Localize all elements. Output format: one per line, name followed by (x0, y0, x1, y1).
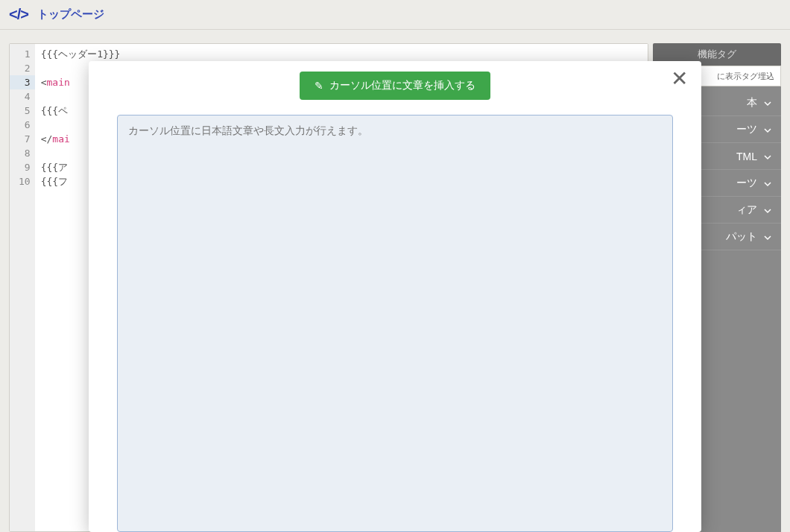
edit-icon: ✎ (315, 80, 323, 92)
insert-button-label: カーソル位置に文章を挿入する (329, 79, 475, 92)
topbar: </> トップページ (0, 0, 790, 30)
chevron-down-icon (763, 206, 772, 215)
line-number: 10 (19, 174, 31, 189)
insert-text-modal: ✕ ✎ カーソル位置に文章を挿入する (89, 61, 701, 532)
line-number: 6 (19, 118, 31, 132)
panel-item-label: ィア (736, 203, 757, 217)
code-line[interactable]: {{{ヘッダー1}}} (41, 47, 642, 61)
panel-item-label: ーツ (736, 123, 757, 136)
line-number: 3 (10, 75, 35, 89)
line-number: 1 (19, 47, 31, 61)
chevron-down-icon (763, 179, 772, 188)
panel-item-label: 本 (747, 96, 757, 110)
panel-item-label: ーツ (736, 177, 757, 190)
page-title: トップページ (37, 7, 104, 22)
line-number: 4 (19, 89, 31, 104)
chevron-down-icon (763, 152, 772, 161)
line-number: 2 (19, 61, 31, 75)
modal-backdrop: ✕ ✎ カーソル位置に文章を挿入する (0, 0, 790, 532)
chevron-down-icon (763, 98, 772, 107)
chevron-down-icon (763, 232, 772, 241)
code-icon: </> (9, 6, 28, 23)
chevron-down-icon (763, 125, 772, 134)
line-number: 9 (19, 160, 31, 174)
insert-textarea[interactable] (117, 115, 673, 532)
line-gutter: 12345678910 (10, 44, 35, 531)
insert-text-button[interactable]: ✎ カーソル位置に文章を挿入する (300, 72, 490, 100)
line-number: 5 (19, 104, 31, 118)
panel-item-label: TML (736, 151, 757, 162)
line-number: 8 (19, 146, 31, 160)
line-number: 7 (19, 132, 31, 146)
panel-item-label: パット (726, 230, 757, 244)
close-icon[interactable]: ✕ (671, 69, 688, 89)
